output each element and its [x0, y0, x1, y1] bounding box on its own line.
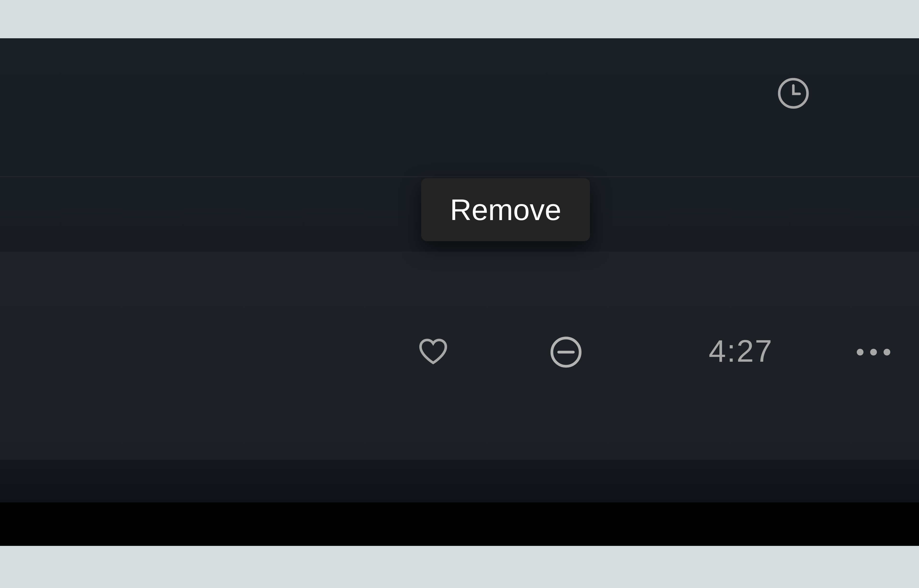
tooltip: Remove	[421, 178, 590, 241]
track-duration: 4:27	[709, 333, 773, 369]
remove-button[interactable]	[549, 335, 583, 369]
table-header-row: d	[0, 38, 919, 177]
more-options-button[interactable]	[852, 345, 890, 359]
circle-minus-icon	[549, 335, 583, 369]
track-row[interactable]: 4:27	[0, 252, 919, 460]
ellipsis-icon	[857, 349, 864, 355]
ellipsis-icon	[883, 349, 890, 355]
heart-icon	[417, 337, 449, 368]
app-window: d Remove 4:27	[0, 38, 919, 545]
clock-icon	[777, 76, 810, 110]
ellipsis-icon	[870, 349, 877, 355]
like-button[interactable]	[417, 337, 449, 368]
tooltip-label: Remove	[450, 192, 561, 227]
duration-column-header[interactable]	[777, 76, 810, 110]
now-playing-bar	[0, 502, 919, 545]
